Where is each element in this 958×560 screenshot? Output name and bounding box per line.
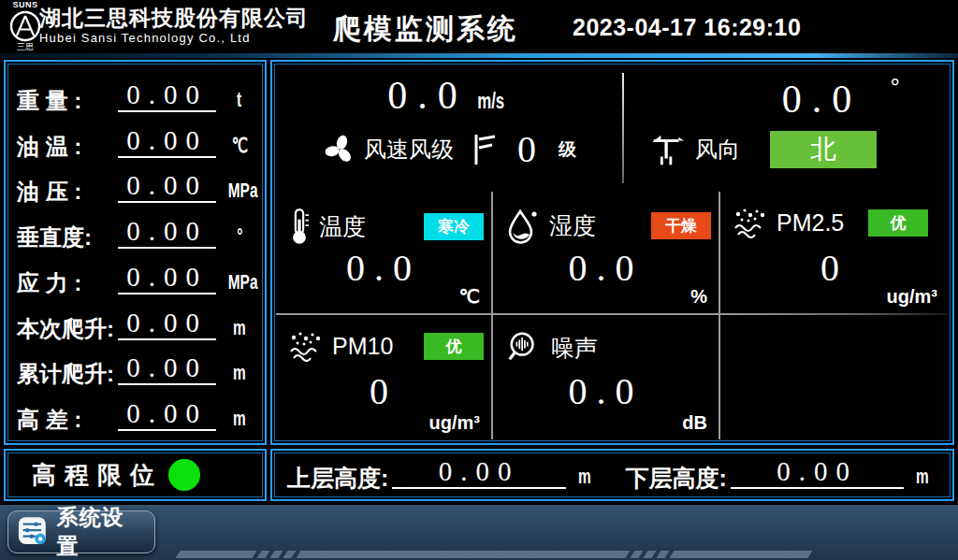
logo-suns-text: SUNS <box>7 1 43 9</box>
wind-level-unit: 级 <box>559 137 576 162</box>
upper-height-label: 上层高度: <box>287 462 388 494</box>
wind-direction-unit: ° <box>891 73 900 101</box>
sensor-label: 噪声 <box>551 333 598 364</box>
measure-label: 高 差 : <box>17 406 118 434</box>
sensor-value: 0 <box>720 246 949 290</box>
wind-speed-block: 0.0 m/s 风速风级 <box>276 67 622 192</box>
measure-label: 油 温 : <box>17 133 118 161</box>
measure-row-oil-temp: 油 温 : 0.00 ℃ <box>17 119 257 161</box>
wind-direction-label: 风向 <box>695 135 740 165</box>
wind-speed-unit: m/s <box>478 88 505 114</box>
wind-level-flag-icon <box>472 132 497 167</box>
lower-height-unit: m <box>916 465 929 489</box>
measure-value: 0.00 <box>126 79 208 109</box>
sensor-cell-noise: 噪声 0.0 dB <box>493 315 720 439</box>
sensor-cell-pm10: PM10 优 0 ug/m³ <box>276 315 493 439</box>
measure-label: 垂直度: <box>17 223 118 251</box>
sensor-unit: dB <box>682 412 707 434</box>
measure-label: 油 压 : <box>17 178 118 206</box>
company-name-en: Hubei Sansi Technology Co., Ltd <box>39 30 309 47</box>
layer-heights-panel: 上层高度: 0.00 m 下层高度: 0.00 m <box>270 449 954 501</box>
upper-height-value: 0.00 <box>439 456 520 486</box>
sensor-label: PM10 <box>332 333 393 360</box>
elevation-limit-label: 高程限位 <box>32 459 163 492</box>
measure-unit: MPa <box>228 179 258 203</box>
elevation-limit-panel: 高程限位 <box>4 449 267 501</box>
temperature-status-badge: 寒冷 <box>424 213 484 240</box>
sensor-value: 0.0 <box>493 369 718 413</box>
measurement-sidebar: 重 量 : 0.00 t 油 温 : 0.00 ℃ 油 压 : 0.00 MPa… <box>4 60 267 445</box>
header: SUNS 三思 湖北三思科技股份有限公司 Hubei Sansi Technol… <box>0 0 958 53</box>
measure-row-verticality: 垂直度: 0.00 ° <box>17 209 257 251</box>
measure-row-weight: 重 量 : 0.00 t <box>17 73 257 115</box>
lower-height-label: 下层高度: <box>626 462 727 494</box>
thermometer-icon <box>289 207 310 246</box>
logo-cn-text: 三思 <box>7 43 43 51</box>
environment-panel: 0.0 m/s 风速风级 <box>270 60 954 445</box>
sensor-label: 温度 <box>319 211 366 242</box>
measure-value: 0.00 <box>126 398 208 428</box>
elevation-limit-status-indicator <box>168 459 200 491</box>
page-title: 爬模监测系统 <box>333 10 518 49</box>
company-name-cn: 湖北三思科技股份有限公司 <box>39 6 309 30</box>
company-name: 湖北三思科技股份有限公司 Hubei Sansi Technology Co.,… <box>39 6 309 47</box>
measure-unit: ℃ <box>231 134 247 158</box>
sensor-cell-pm25: PM2.5 优 0 ug/m³ <box>720 192 949 315</box>
lower-height-value: 0.00 <box>777 456 858 486</box>
pm25-status-badge: 优 <box>868 209 928 237</box>
sensor-grid: 温度 寒冷 0.0 ℃ 湿度 干燥 0.0 % <box>276 192 949 439</box>
measure-value: 0.00 <box>126 262 208 292</box>
header-divider <box>0 53 958 58</box>
logo-mark-icon <box>7 9 43 43</box>
fan-icon <box>323 133 356 166</box>
measure-row-total-climb: 累计爬升: 0.00 m <box>17 346 257 388</box>
wind-speed-value: 0.0 <box>387 74 468 117</box>
sensor-unit: % <box>690 286 707 308</box>
measure-value: 0.00 <box>126 216 208 246</box>
system-settings-button[interactable]: 系统设置 <box>7 510 155 553</box>
measure-value: 0.00 <box>126 170 208 200</box>
sensor-unit: ug/m³ <box>429 412 480 434</box>
measure-unit: m <box>233 316 246 340</box>
sensor-value: 0 <box>276 369 491 413</box>
measure-label: 累计爬升: <box>17 360 118 388</box>
monitoring-screen: SUNS 三思 湖北三思科技股份有限公司 Hubei Sansi Technol… <box>0 0 958 560</box>
datetime-display: 2023-04-17 16:29:10 <box>573 14 801 41</box>
measure-unit: m <box>233 407 246 431</box>
upper-height-unit: m <box>578 465 591 489</box>
measure-unit: t <box>237 88 241 112</box>
measure-label: 本次爬升: <box>17 315 118 343</box>
wind-direction-value: 0.0 <box>782 78 863 121</box>
measure-unit: m <box>233 361 246 385</box>
measure-row-height-diff: 高 差 : 0.00 m <box>17 392 257 434</box>
measure-row-oil-pressure: 油 压 : 0.00 MPa <box>17 164 257 206</box>
lower-height-field: 下层高度: 0.00 m <box>626 456 933 494</box>
measure-label: 应 力 : <box>17 269 118 297</box>
sensor-value: 0.0 <box>493 246 718 290</box>
droplet-icon <box>506 207 540 244</box>
measure-value: 0.00 <box>126 308 208 337</box>
company-logo: SUNS 三思 <box>7 1 43 51</box>
humidity-status-badge: 干燥 <box>651 212 711 239</box>
taskbar-decorative-stripe <box>178 551 810 558</box>
wind-direction-block: 0.0 ° 风向 北 <box>624 67 949 192</box>
particles-icon <box>733 207 767 238</box>
sensor-label: 湿度 <box>549 210 596 241</box>
measure-unit: ° <box>237 224 242 249</box>
measure-row-stress: 应 力 : 0.00 MPa <box>17 255 257 297</box>
wind-vane-icon <box>648 132 688 167</box>
sensor-value: 0.0 <box>276 246 491 290</box>
pm10-status-badge: 优 <box>424 333 484 360</box>
measure-label: 重 量 : <box>17 87 118 115</box>
measure-value: 0.00 <box>126 352 208 382</box>
sensor-label: PM2.5 <box>777 209 844 237</box>
wind-speed-label: 风速风级 <box>364 135 454 165</box>
sensor-cell-temperature: 温度 寒冷 0.0 ℃ <box>276 192 493 315</box>
wind-section: 0.0 m/s 风速风级 <box>276 67 949 192</box>
system-settings-label: 系统设置 <box>56 503 145 560</box>
sensor-unit: ℃ <box>459 285 480 308</box>
noise-meter-icon <box>506 330 542 366</box>
upper-height-field: 上层高度: 0.00 m <box>287 456 594 494</box>
particles-icon <box>289 330 323 362</box>
wind-direction-badge: 北 <box>770 131 877 168</box>
